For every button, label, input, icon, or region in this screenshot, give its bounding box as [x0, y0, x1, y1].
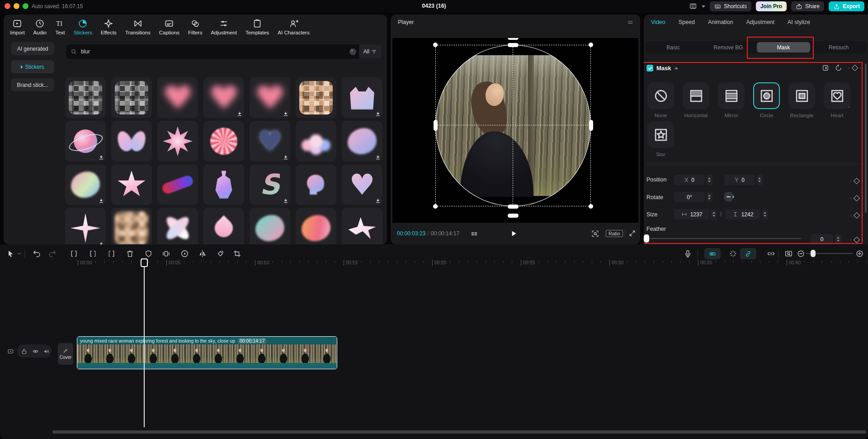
tab-animation[interactable]: Animation — [708, 19, 733, 25]
resize-handle-bottom[interactable] — [508, 205, 519, 209]
position-y-stepper[interactable] — [756, 175, 763, 185]
size-height-stepper[interactable] — [762, 209, 768, 220]
position-keyframe-control[interactable]: ‹› — [850, 178, 863, 184]
mask-keyframe-control[interactable]: ‹› — [848, 65, 862, 71]
trash-icon[interactable] — [126, 249, 134, 258]
player-menu-icon[interactable] — [627, 19, 634, 25]
rotate-icon[interactable] — [216, 249, 225, 258]
size-keyframe-control[interactable]: ‹› — [850, 213, 863, 218]
sidebar-item-ai-generated[interactable]: AI generated — [11, 42, 54, 55]
inspector-scrollbar[interactable] — [865, 63, 867, 213]
tab-adjustment[interactable]: Adjustment — [746, 19, 775, 25]
layout-caret-icon[interactable] — [702, 5, 705, 8]
position-y-field[interactable]: Y 0 — [724, 175, 755, 185]
mask-handle-top[interactable] — [508, 38, 519, 40]
link-dimensions-icon[interactable] — [718, 210, 724, 219]
invert-mask-icon[interactable] — [822, 64, 829, 72]
sidebar-item-stickers[interactable]: Stickers — [11, 60, 54, 73]
subtab-basic[interactable]: Basic — [646, 42, 700, 52]
cursor-icon[interactable] — [6, 249, 15, 258]
speed-icon[interactable] — [180, 249, 189, 258]
sticker-tile-drop[interactable] — [203, 208, 244, 244]
feather-keyframe-control[interactable]: ‹› — [850, 237, 863, 243]
collapse-icon[interactable] — [675, 67, 678, 69]
mask-shape-horizontal[interactable] — [683, 82, 709, 109]
rotate-stepper[interactable] — [706, 192, 712, 202]
timeline-scrollbar[interactable] — [52, 430, 866, 434]
zoom-in-icon[interactable] — [855, 249, 864, 258]
mask-shape-heart[interactable] — [824, 82, 850, 109]
rotate-field[interactable]: 0° — [674, 192, 705, 202]
ribbon-item-audio[interactable]: Audio — [33, 15, 47, 35]
subtab-mask[interactable]: Mask — [757, 42, 810, 52]
undo-icon[interactable] — [33, 249, 41, 258]
play-icon[interactable] — [509, 229, 518, 238]
feather-slider-handle[interactable] — [644, 234, 649, 243]
mask-shape-none[interactable] — [647, 82, 674, 109]
speaker-icon[interactable] — [43, 348, 50, 355]
resize-handle-left[interactable] — [434, 120, 438, 131]
split-left-icon[interactable] — [89, 249, 97, 258]
preview-canvas[interactable] — [392, 38, 638, 223]
resize-handle-bottom-left[interactable] — [433, 204, 438, 209]
size-width-field[interactable]: 1237 — [674, 209, 709, 220]
mask-tool-icon[interactable] — [144, 249, 153, 258]
size-width-stepper[interactable] — [711, 209, 717, 220]
magnet-toggle[interactable] — [704, 248, 721, 259]
mirror-icon[interactable] — [198, 249, 207, 258]
ribbon-item-captions[interactable]: Captions — [159, 15, 179, 35]
position-x-field[interactable]: X 0 — [674, 175, 705, 185]
sticker-tile-blob[interactable] — [65, 164, 106, 205]
resize-handle-top-right[interactable] — [589, 43, 593, 47]
crop-icon[interactable] — [233, 249, 241, 258]
sticker-tile-dove[interactable] — [342, 208, 382, 244]
ribbon-item-stickers[interactable]: Stickers — [74, 15, 92, 35]
ribbon-item-import[interactable]: Import — [10, 15, 25, 35]
sticker-tile-squiggle[interactable]: S — [250, 164, 290, 205]
ribbon-item-ai-characters[interactable]: AI Characters — [278, 15, 309, 35]
resize-handle-top[interactable] — [508, 43, 519, 47]
subtab-remove-bg[interactable]: Remove BG — [702, 42, 755, 52]
feather-slider[interactable] — [645, 238, 801, 239]
sticker-tile-bottle[interactable] — [203, 164, 244, 205]
ribbon-item-text[interactable]: TIText — [55, 15, 65, 35]
ribbon-item-effects[interactable]: Effects — [101, 15, 117, 35]
overlay-icon[interactable] — [162, 249, 170, 258]
filter-all-button[interactable]: All — [359, 45, 382, 58]
ribbon-item-transitions[interactable]: Transitions — [125, 15, 151, 35]
sticker-tile-blob[interactable] — [250, 208, 290, 244]
selection-bounding-box[interactable] — [435, 45, 591, 206]
share-button[interactable]: Share — [791, 1, 824, 11]
tab-ai-stylize[interactable]: AI stylize — [788, 19, 810, 25]
sticker-tile-cat[interactable] — [342, 77, 382, 118]
zoom-out-icon[interactable] — [797, 249, 805, 258]
feather-field[interactable]: 0 — [811, 234, 833, 244]
resize-handle-bottom-right[interactable] — [589, 204, 593, 209]
playhead-handle[interactable] — [141, 258, 148, 267]
join-pro-button[interactable]: Join Pro — [756, 1, 787, 11]
sticker-tile-spiral[interactable] — [203, 121, 244, 162]
script-list-icon[interactable] — [470, 230, 478, 238]
preview-zoom-icon[interactable] — [591, 229, 599, 238]
sticker-tile-stroke[interactable] — [157, 164, 198, 205]
fullscreen-icon[interactable] — [628, 229, 636, 237]
split-icon[interactable] — [70, 249, 78, 258]
mask-shape-mirror[interactable] — [718, 82, 745, 109]
sticker-tile-blob[interactable] — [342, 121, 382, 162]
ribbon-item-adjustment[interactable]: Adjustment — [211, 15, 237, 35]
timeline-zoom-handle[interactable] — [811, 250, 816, 257]
split-right-icon[interactable] — [107, 249, 116, 258]
search-input[interactable] — [80, 48, 346, 55]
sticker-tile-heart-grad[interactable]: ♥ — [342, 164, 382, 205]
mask-enabled-checkbox[interactable] — [646, 65, 653, 72]
tab-speed[interactable]: Speed — [679, 19, 695, 25]
rotate-knob[interactable] — [724, 192, 734, 202]
resize-handle-top-left[interactable] — [433, 43, 438, 47]
sticker-tile-hands[interactable]: ♥ — [250, 121, 290, 162]
mask-shape-rectangle[interactable] — [788, 82, 815, 109]
mask-shape-circle[interactable] — [753, 82, 780, 109]
keyframe-diamond-icon[interactable] — [852, 65, 858, 71]
mic-icon[interactable] — [684, 249, 692, 258]
sticker-tile-heart-blur[interactable]: ♥ — [250, 77, 290, 118]
sidebar-item-brand-stick-[interactable]: Brand stick... — [11, 78, 54, 91]
